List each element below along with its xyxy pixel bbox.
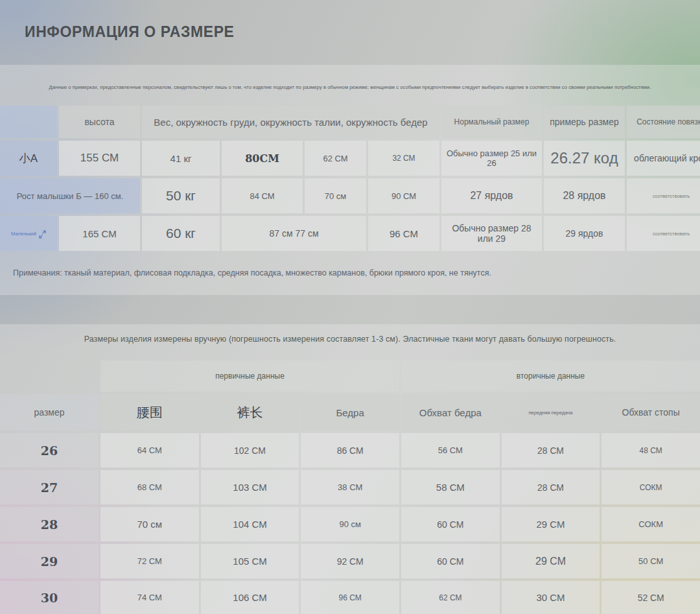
fit-header-fit-state: Состояние повязки [627, 106, 700, 138]
fit-header-normal-size: Нормальный размер [441, 106, 542, 138]
fit-row-model-label: Рост малышки Б — 160 см. [0, 178, 140, 213]
fit-cell-normal-size: 27 ярдов [441, 178, 542, 213]
measure-disclaimer-text: Размеры изделия измерены вручную (погреш… [0, 335, 700, 344]
measure-cell-leg-opening: 52 СМ [601, 581, 700, 614]
measure-cell-waist: 74 СМ [100, 581, 199, 614]
fit-header-measures: Вес, окружность груди, окружность талии,… [142, 106, 439, 138]
measure-group-primary: первичные данные [100, 360, 399, 392]
fit-disclaimer-text: Данные о примерках, предоставленные перс… [0, 84, 700, 90]
measure-col-thigh: Обхват бедра [401, 394, 500, 431]
fit-cell-height: 155 СМ [59, 141, 140, 176]
fit-note-text: Примечания: тканый материал, флисовая по… [13, 268, 491, 277]
measure-group-spacer [0, 360, 99, 392]
fit-cell-weight: 50 кг [142, 178, 220, 213]
measure-col-hips: Бедра [301, 394, 399, 431]
fit-cell-hips: 90 СМ [368, 178, 439, 213]
fit-cell-normal-size: Обычно размер 25 или 26 [441, 141, 542, 176]
measure-cell-leg-opening: СОКМ [601, 507, 700, 541]
fit-cell-fit-state: облегающий крой [627, 141, 700, 176]
fit-row-model-label: 小A [0, 141, 57, 176]
measure-cell-length: 106 СМ [201, 581, 299, 614]
fit-cell-hips: 96 СМ [368, 216, 439, 251]
fit-cell-weight: 41 кг [142, 141, 220, 176]
fit-cell-hips: 32 СМ [368, 141, 439, 176]
fit-cell-fit-state: соответствовать [627, 216, 700, 251]
fit-cell-chest: 80СМ [222, 141, 303, 176]
measure-cell-length: 102 СМ [201, 433, 299, 467]
measure-cell-thigh: 56 СМ [401, 433, 500, 467]
measure-row-size: 28 [0, 507, 99, 541]
fit-cell-fit-state: соответствовать [627, 178, 700, 213]
measure-col-size: размер [0, 394, 99, 431]
measure-row-size: 27 [0, 470, 99, 504]
measure-cell-length: 104 СМ [201, 507, 299, 541]
fit-cell-try-size: 28 ярдов [544, 178, 625, 213]
measure-col-leg-opening: Обхват стопы [601, 394, 700, 431]
measure-cell-hips: 86 СМ [301, 433, 399, 467]
fit-header-try-size: примерь размер [544, 106, 625, 138]
measure-row-size: 30 [0, 581, 99, 614]
measure-cell-leg-opening: 48 СМ [601, 433, 700, 467]
page-title: ИНФОРМАЦИЯ О РАЗМЕРЕ [25, 23, 235, 41]
measure-cell-waist: 72 СМ [100, 544, 199, 578]
expand-arrows-icon [39, 230, 46, 238]
fit-cell-try-size: 29 ярдов [544, 216, 625, 251]
fit-header-corner [0, 106, 57, 138]
measure-row-size: 29 [0, 544, 99, 578]
fit-cell-chest-waist: 87 см 77 см [222, 216, 366, 251]
fit-row-model-label: Маленький [0, 216, 57, 251]
measure-cell-leg-opening: СОКМ [601, 470, 700, 504]
size-info-page: { "page": { "title": "ИНФОРМАЦИЯ О РАЗМЕ… [0, 0, 700, 614]
measure-cell-hips: 38 СМ [301, 470, 399, 504]
measure-cell-front-rise: 30 СМ [502, 581, 600, 614]
measure-cell-thigh: 60 СМ [401, 507, 500, 541]
measure-cell-thigh: 58 СМ [401, 470, 500, 504]
fit-header-height: высота [59, 106, 140, 138]
measure-cell-length: 105 СМ [201, 544, 299, 578]
measure-cell-waist: 70 см [100, 507, 199, 541]
measure-row-size: 26 [0, 433, 99, 467]
fit-cell-chest: 84 СМ [222, 178, 303, 213]
measure-cell-waist: 68 СМ [100, 470, 199, 504]
measure-cell-hips: 96 СМ [301, 581, 399, 614]
fit-cell-weight: 60 кг [142, 216, 220, 251]
fit-table: высота Вес, окружность груди, окружность… [0, 106, 700, 251]
measure-cell-waist: 64 СМ [100, 433, 199, 467]
measure-cell-front-rise: 29 СМ [502, 544, 600, 578]
measure-table: первичные данные вторичные данные размер… [0, 360, 700, 614]
fit-cell-waist: 70 см [305, 178, 366, 213]
measure-group-secondary: вторичные данные [401, 360, 700, 392]
measure-col-waist: 腰围 [100, 394, 199, 431]
measure-cell-hips: 90 см [301, 507, 399, 541]
fit-cell-waist: 62 СМ [305, 141, 366, 176]
measure-cell-leg-opening: 50 СМ [601, 544, 700, 578]
fit-cell-normal-size: Обычно размер 28 или 29 [441, 216, 542, 251]
fit-cell-height: 165 СМ [59, 216, 140, 251]
measure-cell-front-rise: 29 СМ [502, 507, 600, 541]
fit-row-model-label-text: Маленький [11, 231, 36, 237]
measure-col-length: 裤长 [201, 394, 299, 431]
measure-cell-thigh: 62 СМ [401, 581, 500, 614]
measure-cell-length: 103 СМ [201, 470, 299, 504]
measure-cell-hips: 92 СМ [301, 544, 399, 578]
fit-cell-try-size: 26.27 код [544, 141, 625, 176]
measure-cell-thigh: 60 СМ [401, 544, 500, 578]
measure-col-front-rise: передняя передача [502, 394, 600, 431]
measure-cell-front-rise: 28 СМ [502, 433, 600, 467]
measure-cell-front-rise: 28 СМ [502, 470, 600, 504]
